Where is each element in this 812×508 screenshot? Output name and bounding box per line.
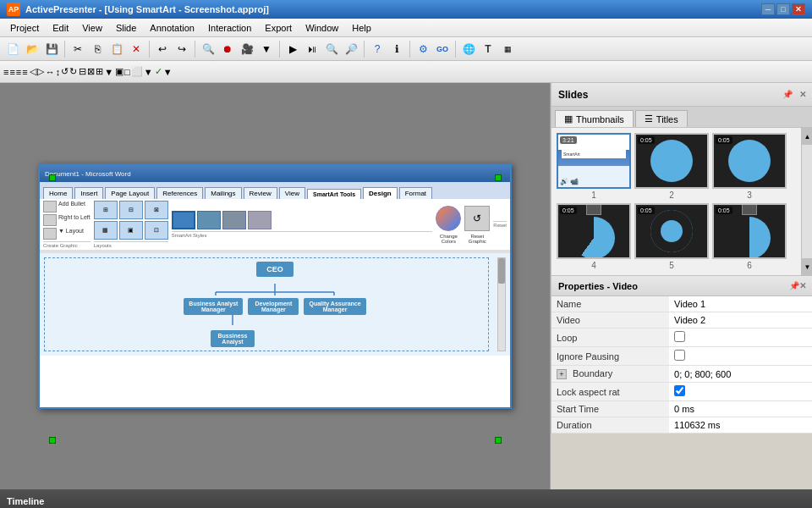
save-button[interactable]: 💾 <box>42 40 61 58</box>
record2-button[interactable]: 🎥 <box>238 40 256 58</box>
go-button[interactable]: GO <box>433 40 452 58</box>
flip-h[interactable]: ↔ <box>46 67 55 77</box>
open-button[interactable]: 📂 <box>23 40 41 58</box>
word-tab-refs[interactable]: References <box>156 187 203 199</box>
add-bullet-btn[interactable] <box>43 201 57 213</box>
new-button[interactable]: 📄 <box>3 40 22 58</box>
slide-thumb-6[interactable]: 0:05 6 <box>712 203 787 270</box>
slide-img-2[interactable]: 0:05 <box>634 133 709 189</box>
handle-br[interactable] <box>495 437 502 444</box>
menu-slide[interactable]: Slide <box>109 19 143 36</box>
diagram-scrollthumb[interactable] <box>498 258 505 284</box>
undo-button[interactable]: ↩ <box>153 40 172 58</box>
loop-checkbox[interactable] <box>674 331 685 342</box>
word-tab-review[interactable]: Review <box>244 187 277 199</box>
menu-export[interactable]: Export <box>258 19 299 36</box>
cut-button[interactable]: ✂ <box>69 40 87 58</box>
slide-thumb-5[interactable]: 0:05 5 <box>634 203 709 270</box>
word-tab-insert[interactable]: Insert <box>74 187 103 199</box>
dropdown1[interactable]: ▼ <box>257 40 276 58</box>
tab-thumbnails[interactable]: ▦ Thumbnails <box>555 110 634 127</box>
close-button[interactable]: ✕ <box>792 3 805 15</box>
align-center[interactable]: ≡ <box>9 67 14 77</box>
right-to-left-btn[interactable] <box>43 214 57 226</box>
arrange-dropdown[interactable]: ▼ <box>144 67 153 77</box>
slide-img-3[interactable]: 0:05 <box>712 133 787 189</box>
close-slides-icon[interactable]: ✕ <box>799 90 806 99</box>
diagram-scrollbar[interactable] <box>497 257 506 351</box>
handle-tr[interactable] <box>495 174 502 181</box>
qa-manager-box[interactable]: Quality AssuranceManager <box>304 298 365 315</box>
group-btn[interactable]: ▣ <box>115 66 123 77</box>
scroll-down-btn[interactable]: ▼ <box>802 258 812 275</box>
dev-manager-box[interactable]: DevelopmentManager <box>248 298 299 315</box>
find-button[interactable]: 🔍 <box>199 40 217 58</box>
word-tab-smartart[interactable]: SmartArt Tools <box>307 189 361 199</box>
publish-button[interactable]: ⚙ <box>414 40 432 58</box>
word-tab-mailings[interactable]: Mailings <box>205 187 241 199</box>
zoom-in[interactable]: 🔍 <box>322 40 341 58</box>
word-tab-view[interactable]: View <box>279 187 305 199</box>
layout-btn3[interactable]: ⊞ <box>96 66 103 77</box>
preview2-button[interactable]: ⏯ <box>303 40 321 58</box>
indent-inc[interactable]: ▷ <box>37 66 44 77</box>
arrange-btn[interactable]: ⬜ <box>131 66 143 77</box>
preview-button[interactable]: ▶ <box>283 40 302 58</box>
layout3-btn[interactable]: ⊠ <box>145 201 168 219</box>
layout-dropdown[interactable]: ▼ <box>104 67 113 77</box>
layout5-btn[interactable]: ▣ <box>119 221 143 240</box>
slide-thumb-4[interactable]: 0:05 4 <box>557 203 631 270</box>
paste-button[interactable]: 📋 <box>107 40 126 58</box>
slide-img-5[interactable]: 0:05 <box>634 203 709 259</box>
analyst-box[interactable]: BussinessAnalyst <box>211 330 254 347</box>
layout6-btn[interactable]: ⊡ <box>145 221 168 240</box>
word-tab-home[interactable]: Home <box>43 187 73 199</box>
style2-btn[interactable] <box>197 211 221 229</box>
slide-thumb-3[interactable]: 0:05 3 <box>712 133 787 200</box>
word-tab-layout[interactable]: Page Layout <box>105 187 155 199</box>
align-justify[interactable]: ≡ <box>22 67 27 77</box>
reset-graphic-btn[interactable]: ↺ <box>464 206 490 231</box>
copy-button[interactable]: ⎘ <box>88 40 107 58</box>
checkmark-btn[interactable]: ✓ <box>155 66 162 77</box>
flip-v[interactable]: ↕ <box>56 67 61 77</box>
change-colors-btn[interactable] <box>436 206 461 231</box>
menu-project[interactable]: Project <box>3 19 46 36</box>
layout-btn2[interactable]: ⊠ <box>87 66 95 77</box>
style4-btn[interactable] <box>248 211 272 229</box>
word-tab-design[interactable]: Design <box>363 187 398 199</box>
style1-btn[interactable] <box>172 211 195 229</box>
record-button[interactable]: ⏺ <box>218 40 237 58</box>
zoom-out[interactable]: 🔎 <box>342 40 360 58</box>
align-right[interactable]: ≡ <box>16 67 21 77</box>
slide-img-6[interactable]: 0:05 <box>712 203 787 259</box>
minimize-button[interactable]: ─ <box>761 3 775 15</box>
layout-btn[interactable]: ⊟ <box>79 66 86 77</box>
text-button[interactable]: T <box>479 40 497 58</box>
scroll-up-btn[interactable]: ▲ <box>802 128 812 145</box>
menu-edit[interactable]: Edit <box>46 19 75 36</box>
ceo-box[interactable]: CEO <box>256 262 294 277</box>
word-tab-format[interactable]: Format <box>399 187 432 199</box>
rotate-r[interactable]: ↻ <box>69 66 77 77</box>
check-dropdown[interactable]: ▼ <box>163 67 173 77</box>
menu-help[interactable]: Help <box>345 19 378 36</box>
delete-button[interactable]: ✕ <box>127 40 145 58</box>
table-button[interactable]: ▦ <box>498 40 517 58</box>
boundary-expand-btn[interactable]: + <box>557 369 567 379</box>
maximize-button[interactable]: □ <box>776 3 790 15</box>
layout2-btn[interactable]: ⊟ <box>119 201 143 219</box>
menu-interaction[interactable]: Interaction <box>201 19 258 36</box>
world-button[interactable]: 🌐 <box>459 40 478 58</box>
slides-grid[interactable]: 3:21 SmartArt 🔊 📹 1 <box>551 128 801 275</box>
question-button[interactable]: ? <box>368 40 387 58</box>
slide-thumb-1[interactable]: 3:21 SmartArt 🔊 📹 1 <box>557 133 631 200</box>
indent-dec[interactable]: ◁ <box>30 66 36 77</box>
redo-button[interactable]: ↪ <box>173 40 191 58</box>
ignore-pausing-checkbox[interactable] <box>674 350 685 361</box>
slide-canvas[interactable]: Document1 - Microsoft Word Home Insert P… <box>0 83 550 489</box>
layout4-btn[interactable]: ▦ <box>94 221 118 240</box>
rotate-l[interactable]: ↺ <box>61 66 69 77</box>
close-props-icon[interactable]: ✕ <box>799 281 806 290</box>
pin-slides-icon[interactable]: 📌 <box>782 90 793 99</box>
